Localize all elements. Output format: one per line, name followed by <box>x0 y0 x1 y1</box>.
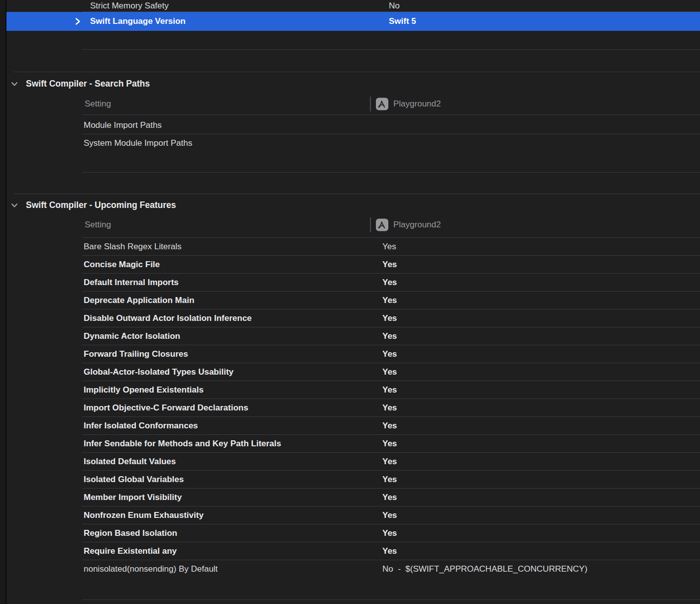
setting-value[interactable]: Yes <box>382 421 397 431</box>
setting-name: Require Existential any <box>84 546 177 556</box>
setting-name: Infer Sendable for Methods and Key Path … <box>84 439 281 449</box>
setting-name: Region Based Isolation <box>84 528 177 538</box>
table-end-separator <box>82 172 700 173</box>
setting-value[interactable]: Yes <box>382 403 397 413</box>
table-row[interactable]: Module Import Paths <box>0 116 700 134</box>
table-row[interactable]: Implicitly Opened Existentials Yes <box>0 381 700 399</box>
setting-name: Member Import Visibility <box>84 493 182 503</box>
table-row[interactable]: Isolated Global Variables Yes <box>0 471 700 489</box>
table-row[interactable]: Nonfrozen Enum Exhaustivity Yes <box>0 506 700 524</box>
setting-name: Import Objective-C Forward Declarations <box>84 403 248 413</box>
column-divider[interactable] <box>370 97 371 111</box>
setting-value[interactable]: Yes <box>382 260 397 270</box>
setting-value[interactable]: No <box>389 1 400 11</box>
app-store-a-icon <box>376 98 388 110</box>
column-header-target[interactable]: Playground2 <box>393 220 441 230</box>
setting-value[interactable]: Yes <box>382 493 397 503</box>
setting-name: Dynamic Actor Isolation <box>84 331 180 341</box>
setting-name: Swift Language Version <box>90 16 186 26</box>
section-separator <box>14 194 700 194</box>
column-header-setting: Setting <box>85 99 111 109</box>
setting-name: Nonfrozen Enum Exhaustivity <box>84 510 204 520</box>
setting-value[interactable]: Yes <box>382 528 397 538</box>
setting-value[interactable]: Yes <box>382 278 397 288</box>
setting-value[interactable]: Yes <box>382 367 397 377</box>
setting-value[interactable]: Swift 5 <box>389 16 416 26</box>
setting-value[interactable]: Yes <box>382 510 397 520</box>
app-store-a-icon <box>376 219 388 231</box>
setting-value[interactable]: No - $(SWIFT_APPROACHABLE_CONCURRENCY) <box>382 564 587 574</box>
setting-value[interactable]: Yes <box>382 439 397 449</box>
setting-name: Isolated Default Values <box>84 457 176 467</box>
setting-value[interactable]: Yes <box>382 546 397 556</box>
table-row[interactable]: Infer Sendable for Methods and Key Path … <box>0 435 700 453</box>
chevron-down-icon[interactable] <box>10 201 19 210</box>
setting-name: Module Import Paths <box>84 120 162 130</box>
setting-value[interactable]: Yes <box>382 331 397 341</box>
table-row[interactable]: System Module Import Paths <box>0 134 700 152</box>
column-header-row: Setting Playground2 <box>0 214 700 235</box>
table-row[interactable]: nonisolated(nonsending) By Default No - … <box>0 560 700 578</box>
table-end-separator <box>82 49 700 50</box>
table-row[interactable]: Default Internal Imports Yes <box>0 274 700 292</box>
section-title: Swift Compiler - Upcoming Features <box>26 200 176 210</box>
column-header-row: Setting Playground2 <box>0 94 700 114</box>
setting-name: Global-Actor-Isolated Types Usability <box>84 367 233 377</box>
table-row[interactable]: Region Based Isolation Yes <box>0 524 700 542</box>
section-title: Swift Compiler - Search Paths <box>26 79 150 89</box>
table-end-separator <box>82 600 700 600</box>
setting-row-swift-language-version-selected[interactable]: Swift Language Version Swift 5 <box>6 12 700 31</box>
table-row[interactable]: Require Existential any Yes <box>0 542 700 560</box>
setting-value[interactable]: Yes <box>382 349 397 359</box>
setting-value[interactable]: Yes <box>382 242 396 252</box>
setting-name: Forward Trailing Closures <box>84 349 188 359</box>
setting-value[interactable]: Yes <box>382 313 397 323</box>
header-separator <box>82 114 700 115</box>
setting-value[interactable]: Yes <box>382 457 397 467</box>
chevron-right-icon[interactable] <box>73 16 83 26</box>
setting-name: Deprecate Application Main <box>84 296 194 305</box>
column-header-target[interactable]: Playground2 <box>393 99 441 109</box>
table-row[interactable]: Import Objective-C Forward Declarations … <box>0 399 700 417</box>
section-header-upcoming-features[interactable]: Swift Compiler - Upcoming Features <box>0 196 700 214</box>
table-row[interactable]: Isolated Default Values Yes <box>0 453 700 471</box>
upcoming-features-table: Bare Slash Regex Literals Yes Concise Ma… <box>0 238 700 578</box>
column-header-setting: Setting <box>85 220 111 230</box>
setting-name: Concise Magic File <box>84 260 160 270</box>
table-row[interactable]: Deprecate Application Main Yes <box>0 292 700 309</box>
setting-name: nonisolated(nonsending) By Default <box>84 564 218 574</box>
table-row[interactable]: Concise Magic File Yes <box>0 256 700 274</box>
table-row[interactable]: Dynamic Actor Isolation Yes <box>0 327 700 345</box>
table-row[interactable]: Infer Isolated Conformances Yes <box>0 417 700 435</box>
search-paths-table: Module Import Paths System Module Import… <box>0 116 700 152</box>
setting-value[interactable]: Yes <box>382 475 397 485</box>
column-divider[interactable] <box>370 217 371 232</box>
setting-name: Infer Isolated Conformances <box>84 421 198 431</box>
table-row[interactable]: Forward Trailing Closures Yes <box>0 345 700 363</box>
table-row[interactable]: Bare Slash Regex Literals Yes <box>0 238 700 256</box>
setting-name: Disable Outward Actor Isolation Inferenc… <box>84 313 252 323</box>
setting-name: System Module Import Paths <box>84 138 192 148</box>
section-header-search-paths[interactable]: Swift Compiler - Search Paths <box>0 75 700 93</box>
setting-name: Implicitly Opened Existentials <box>84 385 204 395</box>
setting-value[interactable]: Yes <box>382 385 397 395</box>
setting-row-strict-memory-safety[interactable]: Strict Memory Safety No <box>6 0 700 11</box>
table-row[interactable]: Member Import Visibility Yes <box>0 489 700 506</box>
table-row[interactable]: Disable Outward Actor Isolation Inferenc… <box>0 309 700 327</box>
table-row[interactable]: Global-Actor-Isolated Types Usability Ye… <box>0 363 700 381</box>
setting-name: Default Internal Imports <box>84 278 179 288</box>
setting-value[interactable]: Yes <box>382 296 397 305</box>
setting-name: Isolated Global Variables <box>84 475 184 485</box>
chevron-down-icon[interactable] <box>10 80 19 89</box>
section-separator <box>14 72 700 72</box>
setting-name: Strict Memory Safety <box>90 1 169 11</box>
setting-name: Bare Slash Regex Literals <box>84 242 182 252</box>
